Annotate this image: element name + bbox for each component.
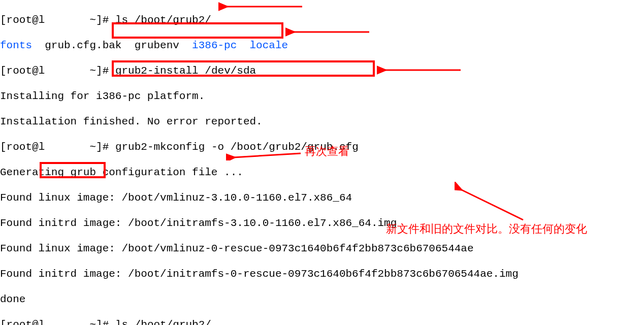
command-text: ls /boot/grub2/	[115, 14, 211, 26]
terminal-line: Installing for i386-pc platform.	[0, 90, 644, 103]
terminal-line: Generating grub configuration file ...	[0, 166, 644, 179]
masked-hostname	[45, 64, 83, 77]
dir-locale: locale	[237, 40, 288, 51]
terminal-output: [root@l ~]# ls /boot/grub2/ fonts grub.c…	[0, 0, 644, 325]
terminal-line: Installation finished. No error reported…	[0, 115, 644, 128]
command-text: grub2-install /dev/sda	[115, 65, 256, 77]
command-text: ls /boot/grub2/	[115, 319, 211, 325]
masked-hostname	[45, 141, 83, 153]
masked-hostname	[45, 14, 83, 26]
terminal-line: [root@l ~]# ls /boot/grub2/	[0, 318, 644, 325]
terminal-line: done	[0, 293, 644, 306]
terminal-line: [root@l ~]# grub2-install /dev/sda	[0, 64, 644, 77]
terminal-line: fonts grub.cfg.bak grubenv i386-pc local…	[0, 39, 644, 52]
annotation-diff-result: 新文件和旧的文件对比。没有任何的变化	[386, 222, 587, 235]
dir-i386: i386-pc	[192, 40, 237, 51]
dir-fonts: fonts	[0, 40, 32, 51]
terminal-line: Found linux image: /boot/vmlinuz-0-rescu…	[0, 242, 644, 255]
masked-hostname	[45, 318, 83, 325]
annotation-re-check: 再次查看	[305, 145, 349, 157]
terminal-line: Found initrd image: /boot/initramfs-0-re…	[0, 268, 644, 280]
terminal-line: [root@l ~]# ls /boot/grub2/	[0, 14, 644, 26]
terminal-line: Found linux image: /boot/vmlinuz-3.10.0-…	[0, 191, 644, 204]
